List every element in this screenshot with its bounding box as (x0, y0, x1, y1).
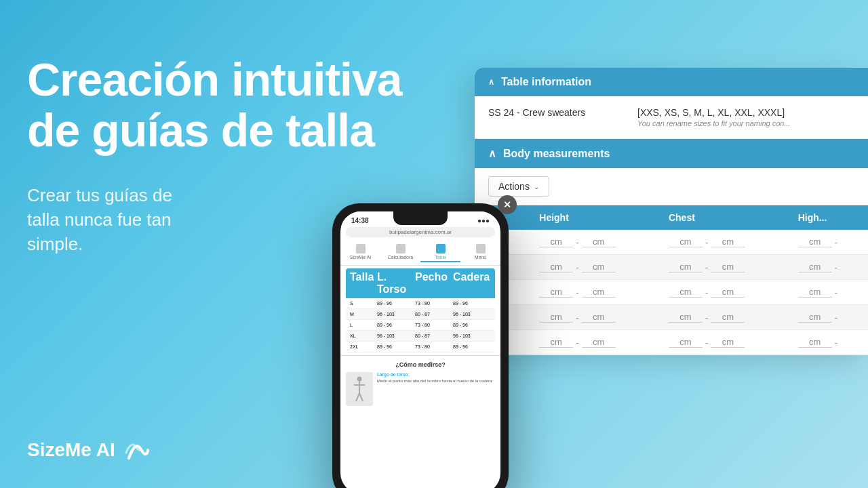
table-info-label: Table information (501, 76, 591, 88)
table-row: - - - (475, 305, 868, 330)
svg-line-3 (356, 393, 359, 401)
high-cell: - (787, 280, 868, 305)
phone-time: 14:38 (351, 217, 369, 224)
table-name-value: SS 24 - Crew sweaters (488, 107, 624, 118)
chest-cell: - (658, 255, 787, 280)
high-min-input[interactable] (798, 287, 832, 298)
chest-max-input[interactable] (711, 237, 745, 247)
table-row: XL 96 - 103 80 - 87 96 - 103 (346, 331, 495, 342)
high-cell: - (787, 330, 868, 355)
sizes-value: [XXS, XS, S, M, L, XL, XXL, XXXL] (637, 107, 791, 118)
height-min-input[interactable] (539, 287, 573, 298)
col-talla: Talla (350, 271, 377, 296)
how-to-content: Largo de torso: Medir el punto más alto … (346, 372, 495, 406)
actions-chevron-icon: ⌄ (534, 183, 539, 190)
phone-nav-menu[interactable]: Menú (460, 243, 500, 262)
phone-nav-tabla[interactable]: Tabla (420, 243, 460, 262)
phone-notch (393, 211, 448, 225)
torso-s: 89 - 96 (377, 301, 415, 306)
body-measurements-label: Body measurements (503, 148, 610, 160)
height-max-input[interactable] (582, 237, 616, 247)
brand-name: SizeMe AI (27, 439, 115, 461)
body-measurements-header: ∧ Body measurements (475, 139, 868, 168)
actions-label: Actions (498, 181, 530, 192)
height-min-input[interactable] (539, 312, 573, 323)
chest-min-input[interactable] (669, 262, 703, 272)
phone-table-header: Talla L. Torso Pecho Cadera (346, 268, 495, 298)
col-height: Height (528, 205, 658, 230)
high-min-input[interactable] (798, 312, 832, 323)
phone-nav-calculadora-label: Calculadora (388, 255, 413, 260)
chest-cell: - (658, 330, 787, 355)
phone-nav-calculadora[interactable]: Calculadora (380, 243, 420, 262)
chest-min-input[interactable] (669, 312, 703, 323)
menu-icon (476, 244, 486, 253)
col-high: High... (787, 205, 868, 230)
brand: SizeMe AI (27, 439, 151, 461)
svg-line-4 (359, 393, 363, 401)
collapse-icon[interactable]: ∧ (488, 77, 494, 87)
height-min-input[interactable] (539, 262, 573, 272)
collapse-body-icon[interactable]: ∧ (488, 147, 496, 160)
table-header-row: Size Height Chest High... (475, 205, 868, 230)
table-row: L 89 - 96 73 - 80 89 - 96 (346, 320, 495, 331)
chest-max-input[interactable] (711, 287, 745, 298)
chest-max-input[interactable] (711, 312, 745, 323)
main-title: Creación intuitivade guías de talla (27, 54, 434, 156)
high-min-input[interactable] (798, 262, 832, 272)
phone-icons: ●●● (477, 217, 490, 224)
table-info-header: ∧ Table information (475, 68, 868, 96)
svg-point-0 (357, 377, 362, 382)
phone-screen: 14:38 ●●● bullpadelargentina.com.ar Size… (340, 211, 500, 488)
phone-mockup: ✕ 14:38 ●●● bullpadelargentina.com.ar Si… (332, 203, 509, 488)
height-min-input[interactable] (539, 237, 573, 247)
high-min-input[interactable] (798, 237, 832, 247)
height-max-input[interactable] (582, 337, 616, 348)
table-row: - - - (475, 280, 868, 305)
size-s: S (350, 301, 377, 306)
high-cell: - (787, 230, 868, 255)
height-max-input[interactable] (582, 287, 616, 298)
chest-min-input[interactable] (669, 237, 703, 247)
how-to-title: ¿Cómo medirse? (346, 361, 495, 368)
height-cell: - (528, 280, 658, 305)
height-max-input[interactable] (582, 262, 616, 272)
table-row: - - - (475, 330, 868, 355)
table-name-field: SS 24 - Crew sweaters (488, 107, 624, 118)
sizes-hint: You can rename sizes to fit your naming … (637, 119, 791, 127)
high-min-input[interactable] (798, 337, 832, 348)
phone-nav-menu-label: Menú (475, 255, 487, 260)
phone-container: ✕ 14:38 ●●● bullpadelargentina.com.ar Si… (332, 203, 509, 488)
col-chest: Chest (658, 205, 787, 230)
chest-cell: - (658, 305, 787, 330)
cadera-s: 89 - 96 (453, 301, 491, 306)
how-to-text-block: Largo de torso: Medir el punto más alto … (377, 372, 492, 384)
height-cell: - (528, 305, 658, 330)
table-row: 2XL 89 - 96 73 - 80 89 - 96 (346, 342, 495, 352)
brand-icon (123, 439, 151, 461)
height-cell: - (528, 330, 658, 355)
table-row: M 96 - 103 80 - 87 96 - 103 (346, 309, 495, 320)
sizes-field: [XXS, XS, S, M, L, XL, XXL, XXXL] You ca… (637, 107, 791, 127)
chest-min-input[interactable] (669, 337, 703, 348)
chest-max-input[interactable] (711, 262, 745, 272)
pecho-s: 73 - 80 (415, 301, 453, 306)
height-cell: - (528, 255, 658, 280)
sizeme-icon (356, 244, 366, 253)
chest-min-input[interactable] (669, 287, 703, 298)
col-cadera: Cadera (453, 271, 491, 296)
actions-button[interactable]: Actions ⌄ (488, 176, 549, 197)
phone-how-to-section: ¿Cómo medirse? Largo de torso: Me (340, 355, 500, 411)
chest-max-input[interactable] (711, 337, 745, 348)
col-pecho: Pecho (415, 271, 453, 296)
table-info-content: SS 24 - Crew sweaters [XXS, XS, S, M, L,… (475, 96, 868, 139)
table-row: S 89 - 96 73 - 80 89 - 96 (346, 298, 495, 309)
phone-nav-sizeme[interactable]: SizeMe AI (340, 243, 380, 262)
phone-url-bar: bullpadelargentina.com.ar (346, 227, 495, 237)
phone-close-button[interactable]: ✕ (498, 195, 517, 214)
measurement-label: Largo de torso: (377, 372, 492, 377)
height-min-input[interactable] (539, 337, 573, 348)
tabla-icon (436, 244, 446, 253)
height-max-input[interactable] (582, 312, 616, 323)
chest-cell: - (658, 280, 787, 305)
